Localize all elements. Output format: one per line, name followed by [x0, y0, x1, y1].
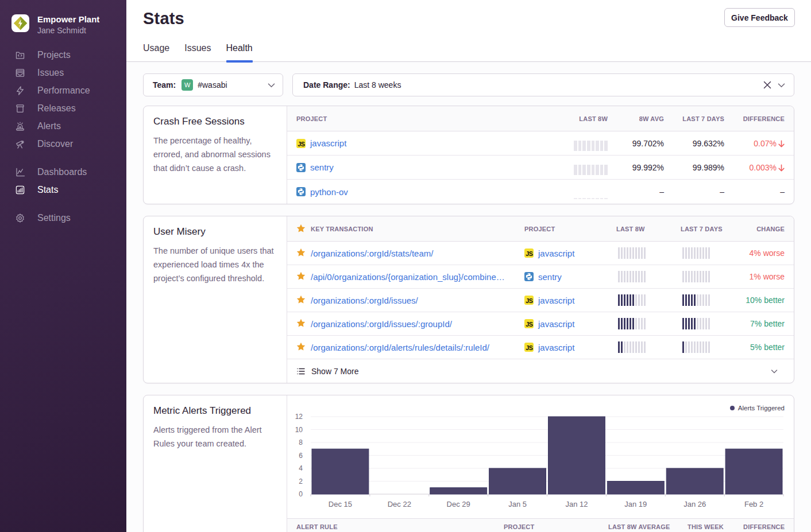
svg-text:12: 12 [295, 413, 303, 421]
svg-text:JS: JS [526, 321, 533, 328]
svg-text:8: 8 [299, 438, 303, 446]
svg-text:JS: JS [526, 297, 533, 304]
svg-text:JS: JS [298, 140, 305, 147]
svg-text:Jan 12: Jan 12 [565, 500, 588, 508]
svg-text:Dec 22: Dec 22 [388, 500, 411, 508]
svg-text:2: 2 [299, 477, 303, 486]
svg-text:10: 10 [295, 426, 303, 434]
svg-text:Jan 5: Jan 5 [508, 500, 527, 508]
svg-text:Jan 19: Jan 19 [624, 500, 647, 508]
svg-text:Dec 15: Dec 15 [329, 500, 352, 508]
svg-text:6: 6 [299, 452, 303, 460]
svg-text:4: 4 [299, 464, 303, 472]
svg-text:JS: JS [526, 250, 533, 257]
svg-text:Dec 29: Dec 29 [447, 500, 470, 508]
svg-text:0: 0 [299, 490, 303, 498]
svg-text:Feb 2: Feb 2 [744, 500, 763, 508]
svg-text:JS: JS [526, 344, 533, 351]
svg-text:Jan 26: Jan 26 [683, 500, 706, 508]
